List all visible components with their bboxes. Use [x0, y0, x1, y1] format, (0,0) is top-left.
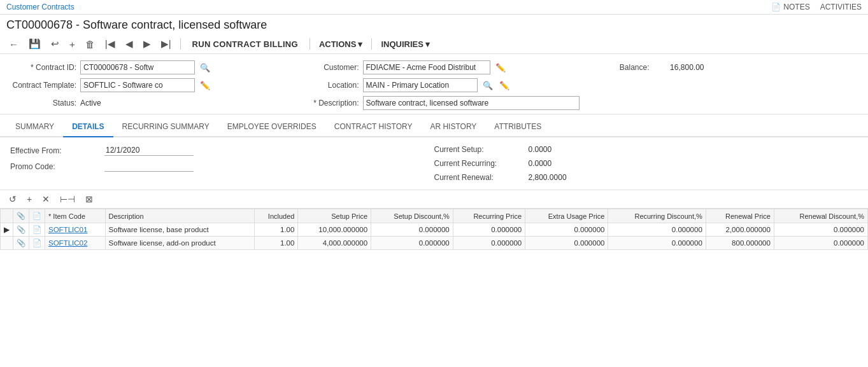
- data-grid: 📎 📄 * Item Code Description Included Set…: [0, 209, 868, 250]
- row-arrow-cell: [1, 237, 13, 250]
- col-header-renewal-price: Renewal Price: [706, 209, 774, 223]
- current-renewal-row: Current Renewal: 2,800.0000: [434, 173, 858, 182]
- tab-history[interactable]: CONTRACT HISTORY: [325, 117, 422, 137]
- customer-row: Customer: ✏️: [289, 60, 580, 74]
- actions-button[interactable]: ACTIONS ▾: [317, 38, 366, 50]
- contract-id-search-icon[interactable]: 🔍: [199, 63, 211, 73]
- row-extra-usage-cell: 0.000000: [525, 223, 608, 237]
- description-label: * Description:: [289, 99, 359, 107]
- details-col-2: Current Setup: 0.0000 Current Recurring:…: [434, 145, 858, 182]
- template-edit-icon[interactable]: ✏️: [199, 81, 211, 90]
- current-setup-value: 0.0000: [529, 145, 552, 154]
- col-header-renewal-discount: Renewal Discount,%: [774, 209, 867, 223]
- col-header-setup-discount: Setup Discount,%: [371, 209, 453, 223]
- inquiries-chevron-icon: ▾: [425, 39, 430, 49]
- notes-button[interactable]: 📄 NOTES: [771, 3, 809, 11]
- page-title: CT00000678 - Software contract, licensed…: [0, 15, 868, 34]
- contract-id-label: * Contract ID:: [6, 63, 76, 72]
- delete-button[interactable]: 🗑: [83, 38, 97, 51]
- contract-id-input[interactable]: [80, 60, 195, 74]
- table-row: ▶📎📄SOFTLIC01Software license, base produ…: [1, 223, 868, 237]
- tab-recurring[interactable]: RECURRING SUMMARY: [113, 117, 218, 137]
- first-button[interactable]: |◀: [103, 37, 118, 51]
- row-recurring-discount-cell: 0.000000: [608, 237, 706, 250]
- breadcrumb-link[interactable]: Customer Contracts: [6, 3, 75, 11]
- tab-summary[interactable]: SUMMARY: [6, 117, 63, 137]
- tab-ar[interactable]: AR HISTORY: [421, 117, 485, 137]
- prev-button[interactable]: ◀: [123, 37, 136, 51]
- details-col-1: Effective From: Promo Code:: [10, 145, 434, 182]
- status-value: Active: [80, 99, 101, 107]
- col-header-setup-price: Setup Price: [298, 209, 371, 223]
- grid-container: 📎 📄 * Item Code Description Included Set…: [0, 209, 868, 250]
- current-setup-row: Current Setup: 0.0000: [434, 145, 858, 154]
- tab-attributes[interactable]: ATTRIBUTES: [485, 117, 550, 137]
- row-item-code-cell[interactable]: SOFTLIC02: [45, 237, 106, 250]
- row-item-code-cell[interactable]: SOFTLIC01: [45, 223, 106, 237]
- grid-header-row: 📎 📄 * Item Code Description Included Set…: [1, 209, 868, 223]
- status-label: Status:: [6, 99, 76, 107]
- grid-export-button[interactable]: ⊠: [83, 193, 96, 205]
- template-row: Contract Template: ✏️: [6, 78, 289, 92]
- row-attach2-cell[interactable]: 📄: [29, 237, 45, 250]
- save-button[interactable]: 💾: [26, 37, 43, 51]
- add-button[interactable]: +: [67, 38, 78, 51]
- balance-value: 16,800.00: [653, 63, 704, 72]
- current-recurring-label: Current Recurring:: [434, 159, 523, 168]
- customer-edit-icon[interactable]: ✏️: [494, 63, 507, 73]
- top-nav-actions: 📄 NOTES ACTIVITIES: [771, 3, 862, 11]
- effective-from-label: Effective From:: [10, 146, 99, 155]
- description-row: * Description:: [289, 96, 580, 110]
- grid-refresh-button[interactable]: ↺: [6, 193, 19, 205]
- undo-button[interactable]: ↩: [48, 37, 62, 51]
- toolbar-sep-1: [180, 38, 181, 50]
- last-button[interactable]: ▶|: [159, 37, 174, 51]
- row-setup-price-cell: 10,000.000000: [298, 223, 371, 237]
- row-included-cell: 1.00: [254, 237, 298, 250]
- back-button[interactable]: ←: [6, 38, 21, 51]
- row-setup-price-cell: 4,000.000000: [298, 237, 371, 250]
- template-label: Contract Template:: [6, 81, 76, 90]
- col-header-attach1: 📎: [13, 209, 29, 223]
- location-edit-icon[interactable]: ✏️: [498, 81, 511, 90]
- balance-row: Balance: 16,800.00: [580, 60, 862, 74]
- row-attach2-cell[interactable]: 📄: [29, 223, 45, 237]
- effective-from-input[interactable]: [104, 145, 194, 156]
- row-attach1-cell[interactable]: 📎: [13, 223, 29, 237]
- template-input[interactable]: [80, 78, 195, 92]
- tab-details[interactable]: DETAILS: [63, 117, 113, 137]
- grid-add-button[interactable]: +: [24, 193, 34, 205]
- col-header-included: Included: [254, 209, 298, 223]
- run-billing-button[interactable]: RUN CONTRACT BILLING: [187, 38, 303, 50]
- col-header-recurring-price: Recurring Price: [453, 209, 525, 223]
- description-input[interactable]: [363, 96, 580, 110]
- grid-fit-button[interactable]: ⊢⊣: [57, 193, 78, 205]
- activities-button[interactable]: ACTIVITIES: [820, 3, 862, 11]
- customer-input[interactable]: [363, 60, 490, 74]
- row-attach1-cell[interactable]: 📎: [13, 237, 29, 250]
- next-button[interactable]: ▶: [141, 37, 153, 51]
- row-recurring-price-cell: 0.000000: [453, 237, 525, 250]
- col-header-attach2: 📄: [29, 209, 45, 223]
- row-extra-usage-cell: 0.000000: [525, 237, 608, 250]
- location-search-icon[interactable]: 🔍: [481, 81, 494, 90]
- row-arrow-cell[interactable]: ▶: [1, 223, 13, 237]
- grid-toolbar: ↺ + ✕ ⊢⊣ ⊠: [0, 190, 868, 209]
- location-input[interactable]: [363, 78, 478, 92]
- col-header-recurring-discount: Recurring Discount,%: [608, 209, 706, 223]
- grid-delete-button[interactable]: ✕: [39, 193, 52, 205]
- form-col-3: Balance: 16,800.00: [580, 60, 862, 110]
- effective-from-row: Effective From:: [10, 145, 434, 156]
- row-recurring-price-cell: 0.000000: [453, 223, 525, 237]
- location-row: Location: 🔍 ✏️: [289, 78, 580, 92]
- actions-chevron-icon: ▾: [358, 39, 362, 49]
- inquiries-button[interactable]: INQUIRIES ▾: [378, 38, 432, 50]
- promo-code-input[interactable]: [104, 161, 194, 172]
- row-description-cell: Software license, add-on product: [105, 237, 254, 250]
- customer-label: Customer:: [289, 63, 359, 72]
- toolbar: ← 💾 ↩ + 🗑 |◀ ◀ ▶ ▶| RUN CONTRACT BILLING…: [0, 34, 868, 54]
- tab-employee[interactable]: EMPLOYEE OVERRIDES: [218, 117, 325, 137]
- row-setup-discount-cell: 0.000000: [371, 237, 453, 250]
- toolbar-sep-3: [371, 38, 372, 50]
- form-area: * Contract ID: 🔍 Contract Template: ✏️ S…: [0, 54, 868, 114]
